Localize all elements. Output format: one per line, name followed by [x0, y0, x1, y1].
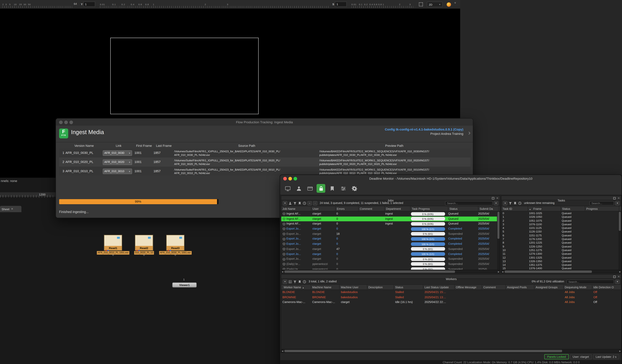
job-row[interactable]: (Daily) br... ppierantozzi 0 0 % (0/1) S… — [281, 267, 497, 270]
close-panel-icon[interactable]: × — [618, 274, 620, 279]
clock-icon[interactable] — [303, 201, 306, 205]
clock-icon[interactable] — [518, 201, 522, 205]
chevrons-icon[interactable]: ›› — [453, 2, 457, 3]
task-row[interactable]: 6 1151-1175 Queued — [501, 233, 618, 237]
close-panel-icon[interactable]: × — [496, 196, 498, 200]
job-row[interactable]: Export Jo... ctarget 47 0 % (0/1) Suspen… — [281, 247, 497, 252]
ingest-row[interactable]: 2 AFR_010_0020_PL AFR_010_0020 ▼ 1001 18… — [59, 157, 470, 167]
minimize-window-button[interactable] — [288, 177, 292, 181]
float-panel-icon[interactable] — [492, 197, 494, 199]
gamma-slider[interactable] — [351, 6, 415, 8]
task-row[interactable]: 8 1201-1225 Queued — [501, 241, 618, 245]
view-mode-dropdown[interactable]: 2D ▼ — [427, 1, 443, 7]
col-task-progress[interactable]: Task Progress — [410, 206, 448, 211]
worker-row[interactable]: BLONDIE BLONDIE bakedstudios Stalled 202… — [281, 290, 621, 295]
col-worker-name[interactable]: Worker Name ▲ — [281, 285, 311, 289]
window-titlebar[interactable]: Deadline Monitor - /Volumes/Macintosh HD… — [280, 175, 622, 182]
filter-dropdown-icon[interactable]: ▼ — [283, 279, 287, 284]
workers-search-input[interactable] — [566, 279, 614, 284]
col-idle-detection[interactable]: Idle Detection O — [592, 285, 621, 289]
viewer-node[interactable]: Viewer1 — [172, 282, 197, 287]
filter-dropdown-icon[interactable]: ▼ — [283, 201, 287, 205]
col-link[interactable]: Link — [103, 143, 135, 148]
node-output-arrow[interactable] — [174, 255, 176, 257]
settings-button[interactable] — [350, 184, 359, 193]
flag-icon[interactable] — [298, 201, 301, 205]
close-window-button[interactable] — [283, 177, 287, 181]
jobs-panel-header[interactable]: Jobs × — [281, 196, 500, 200]
col-assigned-groups[interactable]: Assigned Groups — [534, 285, 564, 289]
flag-icon[interactable] — [513, 201, 517, 205]
job-row[interactable]: Ingest AF... ctarget 0 ingest 0 % (0/35)… — [281, 211, 497, 216]
col-status[interactable]: Status — [394, 285, 423, 289]
zoom-window-button[interactable] — [69, 121, 73, 124]
bookmark-button[interactable] — [328, 184, 336, 193]
grid-icon[interactable] — [288, 280, 292, 283]
ingest-row[interactable]: 1 AFR_010_0030_PL AFR_010_0030 ▼ 1001 18… — [59, 148, 470, 157]
col-submit-date[interactable]: Submit Da — [479, 206, 499, 211]
monitor-layout-button[interactable] — [283, 184, 292, 193]
col-machine-name[interactable]: Machine Name — [311, 285, 340, 289]
link-dropdown[interactable]: AFR_010_0010 ▼ — [103, 168, 132, 174]
job-row[interactable]: Export Jo... ctarget 18 0 % (0/1) Suspen… — [281, 231, 497, 236]
tab-dope-sheet[interactable]: Sheet ✕ — [0, 206, 21, 212]
worker-row[interactable]: BROWNIE BROWNIE bakedstudios Stalled 202… — [281, 295, 621, 300]
clock-icon[interactable] — [303, 280, 306, 283]
ingest-row[interactable]: 3 AFR_010_0010_PL AFR_010_0010 ▼ 1001 18… — [59, 167, 470, 176]
worker-row[interactable]: Camerons-Mac-... Camerons-Mac-... ctarge… — [281, 300, 621, 305]
gamma-value[interactable]: 1 — [335, 1, 347, 7]
task-row[interactable]: 12 1301-1325 Queued — [501, 256, 618, 259]
col-frame[interactable]: ▲ Frame — [528, 206, 561, 211]
col-assigned-pools[interactable]: Assigned Pools — [506, 285, 535, 289]
col-preview-path[interactable]: Preview Path — [319, 143, 469, 148]
col-job-name[interactable]: Job Name — [281, 206, 311, 211]
task-row[interactable]: 3 1076-1100 Queued — [501, 222, 618, 226]
col-user[interactable]: User — [311, 206, 336, 211]
task-row[interactable]: 5 1126-1150 Queued — [501, 230, 618, 234]
node-output-arrow[interactable] — [112, 255, 114, 257]
jobs-vertical-scrollbar[interactable] — [497, 211, 500, 270]
viewer-gamma-field[interactable]: S 1 — [332, 1, 347, 7]
job-row[interactable]: Export Jo... ctarget 0 100 % (1/1) Compl… — [281, 242, 497, 247]
config-link[interactable]: Config tk-config-nl-v1.4.1-bakedstudios.… — [385, 128, 463, 131]
chevron-right-icon[interactable]: › — [468, 129, 470, 137]
col-status[interactable]: Status — [561, 206, 585, 211]
workers-horizontal-scrollbar[interactable]: ◀ ▶ — [281, 349, 621, 352]
viewer-gain-field[interactable]: Y 1 — [81, 1, 95, 7]
task-row[interactable]: 15 1376-1400 Queued — [501, 267, 618, 270]
close-window-button[interactable] — [59, 121, 63, 124]
user-filter-icon[interactable] — [288, 201, 292, 205]
col-description[interactable]: Description — [367, 285, 394, 289]
fstop-ruler[interactable] — [2, 6, 72, 8]
col-machine-user[interactable]: Machine User — [340, 285, 367, 289]
job-row[interactable]: Export Jo... ctarget 0 0 % (0/1) Suspend… — [281, 257, 497, 262]
gain-slider[interactable] — [100, 6, 329, 8]
scroll-left-icon[interactable]: ◀ — [282, 270, 283, 273]
task-row[interactable]: 1 1026-1050 Queued — [501, 215, 618, 219]
col-offline-message[interactable]: Offline Message — [455, 285, 482, 289]
search-options-icon[interactable]: ▼ — [615, 279, 620, 284]
flag-icon[interactable] — [298, 280, 301, 283]
scroll-left-icon[interactable]: ◀ — [502, 270, 504, 273]
scroll-left-icon[interactable]: ◀ — [282, 350, 283, 352]
float-panel-icon[interactable] — [613, 275, 616, 278]
panels-locked-badge[interactable]: Panels Locked — [544, 354, 569, 359]
task-row[interactable]: 9 1226-1250 Queued — [501, 245, 618, 248]
tasks-horizontal-scrollbar[interactable]: ◀ ▶ — [501, 270, 621, 273]
marquee-icon[interactable] — [419, 2, 423, 6]
task-row[interactable]: 0 1001-1025 Queued — [501, 211, 618, 215]
node-output-arrow[interactable] — [143, 255, 145, 257]
job-row[interactable]: Ingest AF... ctarget 0 ingest 0 % (0/35)… — [281, 216, 497, 222]
col-errors[interactable]: Errors — [336, 206, 359, 211]
job-row[interactable]: (Daily) br... ppierantozzi 0 0 % (0/1) S… — [281, 262, 497, 267]
scroll-right-icon[interactable]: ▶ — [619, 350, 621, 352]
read-node[interactable]: Read1 AFR_010_0010_PL.1001.exr — [104, 235, 122, 251]
plus-icon[interactable]: + — [307, 201, 312, 205]
panels-lock-button[interactable] — [317, 184, 325, 193]
task-row[interactable]: 13 1326-1350 Queued — [501, 259, 618, 263]
col-version-name[interactable]: Version Name — [65, 143, 103, 148]
job-row[interactable]: Export Jo... ctarget 0 100 % (1/1) Compl… — [281, 226, 497, 231]
jobs-horizontal-scrollbar[interactable]: ◀ ▶ — [281, 270, 500, 273]
zoom-window-button[interactable] — [293, 177, 297, 181]
filter-dropdown-icon[interactable]: ▼ — [503, 201, 507, 205]
